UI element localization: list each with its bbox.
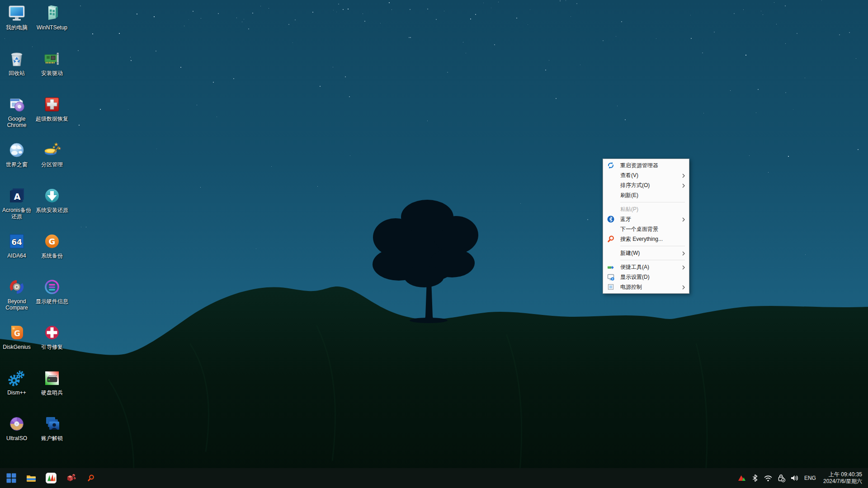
menu-item-label: 显示设置(D) <box>620 273 650 281</box>
file-explorer-button[interactable] <box>24 471 38 485</box>
convenience-tools-icon <box>607 263 614 271</box>
desktop-icon-label: WinNTSetup <box>37 24 67 31</box>
desktop-icon-account-unlock[interactable]: 账户解锁 <box>35 414 69 441</box>
start-button[interactable] <box>4 471 19 485</box>
menu-item-label: 新建(W) <box>620 249 640 257</box>
desktop-wallpaper: 我的电脑 WinNTSetup 回收站 安装驱动 Google Chrome 超… <box>0 0 868 488</box>
ultraiso-icon <box>7 414 26 433</box>
svg-text:G: G <box>49 237 56 246</box>
hill-silhouette <box>0 0 868 488</box>
menu-item-restart-explorer[interactable]: 重启资源管理器 <box>603 160 689 170</box>
taskbar: ENG 上午 09:40:35 2024/7/6/星期六 <box>0 468 868 488</box>
everything-search-button[interactable] <box>84 471 98 485</box>
menu-item-display-settings[interactable]: 显示设置(D) <box>603 272 689 282</box>
submenu-chevron-icon <box>682 285 685 289</box>
menu-item-bluetooth-badge[interactable]: 蓝牙 <box>603 214 689 224</box>
desktop-icon-label: 引导修复 <box>41 344 63 350</box>
menu-item-label: 便捷工具(A) <box>620 263 649 271</box>
desktop-icon-aida64[interactable]: 64 AIDA64 <box>0 232 33 259</box>
desktop-icon-label: 分区管理 <box>41 161 63 168</box>
recycle-bin-icon <box>7 49 26 68</box>
desktop-icon-diskgenius[interactable]: G DiskGenius <box>0 323 33 350</box>
driver-install-icon <box>42 49 61 68</box>
menu-item-新建(W)[interactable]: 新建(W) <box>603 248 689 258</box>
diskgenius-icon: G <box>7 323 26 342</box>
desktop-icon-hardware-info[interactable]: 显示硬件信息 <box>35 277 69 305</box>
desktop-icon-my-computer[interactable]: 我的电脑 <box>0 4 33 31</box>
menu-item-下一个桌面背景[interactable]: 下一个桌面背景 <box>603 224 689 234</box>
desktop-icon-ultraiso[interactable]: UltraISO <box>0 414 33 441</box>
google-chrome-icon <box>7 95 26 114</box>
menu-item-label: 排序方式(O) <box>620 182 650 189</box>
svg-text:★: ★ <box>57 146 61 150</box>
desktop-icon-acronis-backup[interactable]: A Acronis备份还原 <box>0 186 33 220</box>
tray-sensor-icon[interactable] <box>737 474 746 483</box>
desktop-icon-label: DiskGenius <box>3 344 30 350</box>
desktop-icon-label: 超级数据恢复 <box>36 116 68 122</box>
desktop-icon-world-window[interactable]: 世界之窗 <box>0 141 33 168</box>
desktop-icon-label: 系统备份 <box>41 253 63 259</box>
boot-repair-icon <box>42 323 61 342</box>
menu-item-粘贴(P)[interactable]: 粘贴(P) <box>603 204 689 214</box>
registry-cubes-button[interactable] <box>64 471 78 485</box>
desktop-icon-label: Beyond Compare <box>0 298 33 311</box>
dism-icon <box>7 369 26 388</box>
svg-text:A: A <box>14 192 21 202</box>
partition-manager-icon: ★★★ <box>42 141 61 160</box>
menu-item-排序方式(O)[interactable]: 排序方式(O) <box>603 180 689 190</box>
winntsetup-icon <box>42 4 61 23</box>
beyond-compare-icon <box>7 277 26 296</box>
desktop-icon-label: AIDA64 <box>7 253 26 259</box>
desktop-icon-data-recovery[interactable]: 超级数据恢复 <box>35 95 69 122</box>
desktop-icon-system-restore[interactable]: 系统安装还原 <box>35 186 69 213</box>
hdd-sentinel-icon <box>42 369 61 388</box>
desktop-icon-label: Acronis备份还原 <box>0 207 33 220</box>
menu-item-label: 重启资源管理器 <box>620 162 658 169</box>
language-indicator[interactable]: ENG <box>803 475 817 481</box>
desktop-icon-partition-manager[interactable]: ★★★ 分区管理 <box>35 141 69 168</box>
tree-silhouette <box>373 200 478 323</box>
desktop-icon-beyond-compare[interactable]: Beyond Compare <box>0 277 33 311</box>
menu-item-label: 搜索 Everything... <box>620 235 663 243</box>
acronis-backup-icon: A <box>7 186 26 205</box>
submenu-chevron-icon <box>682 173 685 178</box>
desktop-icon-system-backup[interactable]: G 系统备份 <box>35 232 69 259</box>
menu-item-convenience-tools[interactable]: 便捷工具(A) <box>603 262 689 272</box>
menu-item-查看(V)[interactable]: 查看(V) <box>603 170 689 180</box>
desktop-icon-label: 我的电脑 <box>6 24 28 31</box>
desktop-icon-google-chrome[interactable]: Google Chrome <box>0 95 33 128</box>
bluetooth-badge-icon <box>607 216 614 223</box>
svg-text:★: ★ <box>52 145 55 149</box>
desktop-icon-winntsetup[interactable]: WinNTSetup <box>35 4 69 31</box>
tray-security-check-icon[interactable] <box>777 474 786 483</box>
power-control-icon <box>607 283 614 291</box>
hardware-info-icon <box>42 277 61 296</box>
aida64-icon: 64 <box>7 232 26 251</box>
my-computer-icon <box>7 4 26 23</box>
desktop-icon-dism[interactable]: Dism++ <box>0 369 33 396</box>
display-settings-icon <box>607 273 614 281</box>
menu-item-label: 蓝牙 <box>620 216 631 223</box>
menu-separator <box>620 260 685 260</box>
image-viewer-button[interactable] <box>44 471 58 485</box>
desktop-icon-recycle-bin[interactable]: 回收站 <box>0 49 33 76</box>
desktop-icon-label: 系统安装还原 <box>36 207 68 213</box>
desktop-icon-driver-install[interactable]: 安装驱动 <box>35 49 69 76</box>
menu-item-label: 查看(V) <box>620 172 638 179</box>
account-unlock-icon <box>42 414 61 433</box>
clock[interactable]: 上午 09:40:35 2024/7/6/星期六 <box>823 471 862 485</box>
menu-item-power-control[interactable]: 电源控制 <box>603 282 689 292</box>
tray-bluetooth-icon[interactable] <box>750 474 760 483</box>
desktop-icon-label: 回收站 <box>9 70 25 76</box>
system-tray: ENG 上午 09:40:35 2024/7/6/星期六 <box>737 471 868 485</box>
desktop-icon-boot-repair[interactable]: 引导修复 <box>35 323 69 350</box>
submenu-chevron-icon <box>682 217 685 221</box>
menu-item-刷新(E)[interactable]: 刷新(E) <box>603 190 689 200</box>
menu-separator <box>620 202 685 202</box>
desktop-icon-hdd-sentinel[interactable]: 硬盘哨兵 <box>35 369 69 396</box>
tray-volume-icon[interactable] <box>790 474 799 483</box>
submenu-chevron-icon <box>682 251 685 255</box>
menu-item-everything-search[interactable]: 搜索 Everything... <box>603 234 689 244</box>
tray-wifi-icon[interactable] <box>764 474 773 483</box>
desktop-icon-label: 显示硬件信息 <box>36 298 68 305</box>
